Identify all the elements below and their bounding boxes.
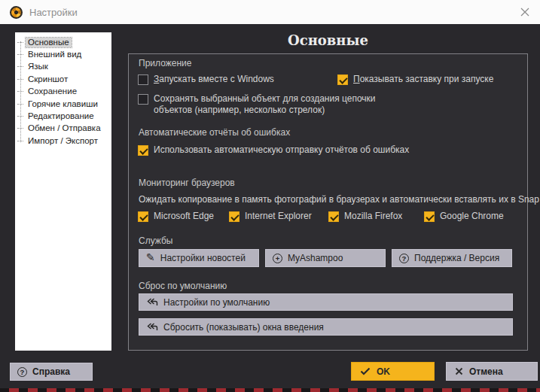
x-icon bbox=[455, 367, 463, 375]
tree-connector bbox=[17, 66, 23, 67]
question-circle-icon: ? bbox=[399, 254, 409, 263]
checkbox-mozilla-firefox[interactable]: Mozilla Firefox bbox=[328, 211, 402, 222]
checkbox-auto-error-reports[interactable]: Использовать автоматическую отправку отч… bbox=[138, 144, 409, 156]
section-label-services: Службы bbox=[139, 236, 172, 246]
tree-connector bbox=[17, 42, 23, 43]
section-label-application: Приложение bbox=[139, 58, 191, 68]
checkbox-google-chrome[interactable]: Google Chrome bbox=[424, 211, 504, 222]
tree-connector bbox=[17, 116, 23, 117]
checkbox-label: Показывать заставку при запуске bbox=[353, 74, 493, 85]
sidebar-item-share[interactable]: Обмен / Отправка bbox=[15, 123, 111, 135]
checkbox-box[interactable] bbox=[138, 211, 148, 222]
tree-connector bbox=[17, 128, 23, 129]
help-button[interactable]: ? Справка bbox=[10, 363, 93, 381]
sidebar-item-import-export[interactable]: Импорт / Экспорт bbox=[15, 135, 111, 147]
check-icon bbox=[360, 367, 371, 375]
checkbox-label: Internet Explorer bbox=[245, 211, 312, 222]
titlebar: Настройки bbox=[0, 0, 540, 24]
pencil-icon: ✎ bbox=[146, 252, 155, 263]
app-shutter-icon bbox=[10, 6, 23, 19]
reset-intro-windows-button[interactable]: Сбросить (показывать) окна введения bbox=[139, 318, 513, 336]
checkbox-label: Использовать автоматическую отправку отч… bbox=[154, 144, 409, 156]
general-settings-group: Приложение Запускать вместе с Windows По… bbox=[128, 53, 528, 351]
tree-connector bbox=[17, 91, 23, 92]
plus-circle-icon: + bbox=[273, 254, 282, 263]
checkbox-box[interactable] bbox=[138, 74, 148, 85]
checkbox-label: Запускать вместе с Windows bbox=[154, 74, 274, 85]
cancel-button[interactable]: Отмена bbox=[446, 362, 538, 381]
settings-dialog: Настройки Основные Внешний вид Язык Скри… bbox=[0, 0, 540, 392]
sidebar-item-general[interactable]: Основные bbox=[15, 36, 111, 48]
tree-connector bbox=[17, 141, 23, 141]
checkbox-box[interactable] bbox=[337, 74, 348, 85]
browser-monitoring-description: Ожидать копирование в память фотографий … bbox=[139, 194, 539, 205]
undo-icon bbox=[146, 323, 158, 331]
news-settings-button[interactable]: ✎ Настройки новостей bbox=[139, 249, 259, 267]
checkbox-box[interactable] bbox=[138, 145, 148, 156]
sidebar-item-language[interactable]: Язык bbox=[15, 61, 111, 73]
checkbox-autostart[interactable]: Запускать вместе с Windows bbox=[138, 74, 274, 85]
settings-nav-sidebar: Основные Внешний вид Язык Скриншот Сохра… bbox=[15, 32, 111, 351]
window-title: Настройки bbox=[29, 7, 78, 18]
tree-connector bbox=[17, 104, 23, 105]
sidebar-item-appearance[interactable]: Внешний вид bbox=[15, 48, 111, 60]
checkbox-internet-explorer[interactable]: Internet Explorer bbox=[229, 211, 312, 222]
reset-defaults-button[interactable]: Настройки по умолчанию bbox=[139, 293, 513, 311]
checkbox-label: Mozilla Firefox bbox=[344, 211, 402, 222]
checkbox-show-splash[interactable]: Показывать заставку при запуске bbox=[337, 74, 493, 85]
sidebar-item-editing[interactable]: Редактирование bbox=[15, 110, 111, 122]
question-circle-icon: ? bbox=[17, 367, 27, 377]
ok-button[interactable]: OK bbox=[351, 362, 435, 381]
sidebar-item-screenshot[interactable]: Скриншот bbox=[15, 73, 111, 85]
checkbox-box[interactable] bbox=[424, 211, 435, 222]
checkbox-label: Сохранять выбранный объект для создания … bbox=[154, 93, 402, 116]
section-label-browser-monitoring: Мониторинг браузеров bbox=[139, 178, 235, 188]
tree-connector bbox=[17, 79, 23, 80]
myashampoo-button[interactable]: + MyAshampoo bbox=[265, 249, 386, 267]
checkbox-keep-selected-object[interactable]: Сохранять выбранный объект для создания … bbox=[138, 93, 409, 116]
checkbox-label: Microsoft Edge bbox=[154, 211, 214, 222]
tree-connector bbox=[17, 54, 23, 55]
page-title: Основные bbox=[128, 32, 528, 48]
checkbox-box[interactable] bbox=[138, 94, 148, 105]
undo-icon bbox=[146, 298, 158, 306]
checkbox-microsoft-edge[interactable]: Microsoft Edge bbox=[138, 211, 214, 222]
sidebar-item-saving[interactable]: Сохранение bbox=[15, 86, 111, 98]
checkbox-box[interactable] bbox=[328, 211, 339, 222]
capture-selection-border bbox=[0, 388, 540, 392]
sidebar-item-hotkeys[interactable]: Горячие клавиши bbox=[15, 98, 111, 110]
close-icon[interactable] bbox=[519, 6, 531, 18]
checkbox-box[interactable] bbox=[229, 211, 239, 222]
support-version-button[interactable]: ? Поддержка / Версия bbox=[392, 249, 512, 267]
section-label-error-reports: Автоматические отчёты об ошибках bbox=[139, 127, 290, 138]
section-label-reset: Сброс по умолчанию bbox=[139, 281, 227, 291]
services-button-row: ✎ Настройки новостей + MyAshampoo ? Подд… bbox=[139, 249, 512, 267]
checkbox-label: Google Chrome bbox=[440, 211, 504, 222]
